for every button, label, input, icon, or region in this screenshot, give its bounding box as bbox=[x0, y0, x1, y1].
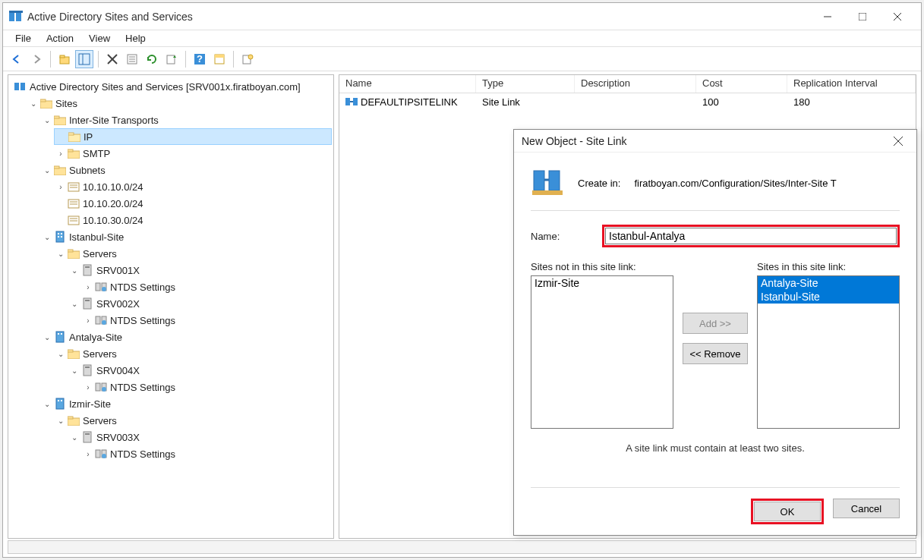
tree-servers[interactable]: ⌄Servers bbox=[54, 412, 332, 429]
close-button[interactable] bbox=[880, 5, 915, 28]
menu-action[interactable]: Action bbox=[39, 31, 81, 46]
expand-icon[interactable]: › bbox=[83, 315, 93, 326]
minimize-button[interactable] bbox=[810, 5, 845, 28]
tree-subnet[interactable]: ›10.10.10.0/24 bbox=[54, 178, 332, 195]
collapse-icon[interactable]: ⌄ bbox=[42, 332, 52, 342]
tree-inter-site-transports[interactable]: ⌄ Inter-Site Transports bbox=[40, 112, 332, 128]
folder-icon bbox=[68, 414, 80, 426]
export-button[interactable] bbox=[162, 50, 181, 68]
properties-button[interactable] bbox=[123, 50, 141, 68]
list-item[interactable]: Istanbul-Site bbox=[758, 290, 899, 304]
remove-button[interactable]: << Remove bbox=[683, 343, 748, 364]
menu-view[interactable]: View bbox=[81, 31, 118, 46]
back-button[interactable] bbox=[8, 50, 26, 68]
list-item[interactable]: Izmir-Site bbox=[531, 276, 673, 290]
name-input[interactable] bbox=[605, 228, 897, 244]
tree-smtp[interactable]: › SMTP bbox=[54, 145, 332, 162]
expand-icon[interactable]: › bbox=[83, 382, 93, 392]
filter-button[interactable] bbox=[210, 50, 229, 68]
cell-desc bbox=[575, 93, 696, 110]
expand-icon[interactable]: › bbox=[55, 148, 66, 159]
dialog-body: Create in: firatboyan.com/Configuration/… bbox=[514, 153, 916, 463]
svg-rect-35 bbox=[54, 166, 59, 168]
tree-ntds[interactable]: ›NTDS Settings bbox=[81, 379, 332, 395]
not-in-label: Sites not in this site link: bbox=[531, 261, 673, 272]
tree-server[interactable]: ⌄SRV002X bbox=[68, 295, 332, 312]
help-button[interactable]: ? bbox=[191, 50, 209, 68]
tree-label: SMTP bbox=[83, 148, 110, 159]
menu-file[interactable]: File bbox=[8, 31, 39, 46]
app-icon bbox=[14, 80, 27, 93]
collapse-icon[interactable]: ⌄ bbox=[42, 115, 52, 125]
tree-ntds[interactable]: ›NTDS Settings bbox=[81, 312, 332, 329]
tree-subnets[interactable]: ⌄ Subnets bbox=[40, 162, 332, 178]
show-hide-button[interactable] bbox=[75, 50, 93, 68]
collapse-icon[interactable]: ⌄ bbox=[28, 98, 39, 109]
svg-rect-88 bbox=[549, 171, 560, 190]
collapse-icon[interactable]: ⌄ bbox=[42, 231, 52, 242]
forward-button[interactable] bbox=[27, 50, 46, 68]
svg-rect-74 bbox=[61, 400, 62, 401]
tree-root[interactable]: Active Directory Sites and Services [SRV… bbox=[13, 78, 332, 95]
tree-server[interactable]: ⌄SRV004X bbox=[68, 362, 332, 379]
maximize-button[interactable] bbox=[845, 5, 880, 28]
list-row[interactable]: DEFAULTIPSITELINK Site Link 100 180 bbox=[339, 93, 916, 110]
collapse-icon[interactable]: ⌄ bbox=[69, 265, 80, 275]
menu-help[interactable]: Help bbox=[118, 31, 153, 46]
collapse-icon[interactable]: ⌄ bbox=[69, 365, 80, 376]
collapse-icon[interactable]: ⌄ bbox=[69, 432, 80, 442]
svg-rect-0 bbox=[9, 12, 14, 21]
svg-rect-83 bbox=[353, 98, 358, 105]
tree-label: SRV003X bbox=[96, 432, 140, 443]
tree-site-izmir[interactable]: ⌄ Izmir-Site bbox=[40, 395, 332, 412]
refresh-button[interactable] bbox=[143, 50, 161, 68]
collapse-icon[interactable]: ⌄ bbox=[55, 348, 66, 359]
tree-server[interactable]: ⌄SRV001X bbox=[68, 262, 332, 278]
expand-icon[interactable]: › bbox=[55, 181, 66, 192]
tree-subnet[interactable]: 10.10.20.0/24 bbox=[54, 195, 332, 212]
tree-site-antalya[interactable]: ⌄ Antalya-Site bbox=[40, 329, 332, 345]
up-button[interactable] bbox=[55, 50, 74, 68]
tree-servers[interactable]: ⌄Servers bbox=[54, 245, 332, 262]
tree-ntds[interactable]: ›NTDS Settings bbox=[81, 278, 332, 295]
tree-label: Inter-Site Transports bbox=[69, 115, 159, 126]
svg-text:?: ? bbox=[197, 53, 203, 64]
collapse-icon[interactable]: ⌄ bbox=[55, 248, 66, 259]
svg-rect-8 bbox=[60, 55, 65, 58]
collapse-icon[interactable]: ⌄ bbox=[69, 298, 80, 309]
window-title: Active Directory Sites and Services bbox=[27, 11, 810, 23]
not-in-list[interactable]: Izmir-Site bbox=[531, 275, 673, 429]
expand-icon[interactable]: › bbox=[83, 448, 93, 459]
col-repl[interactable]: Replication Interval bbox=[787, 75, 916, 93]
svg-rect-2 bbox=[9, 11, 23, 13]
in-list[interactable]: Antalya-Site Istanbul-Site bbox=[757, 275, 900, 429]
server-icon bbox=[81, 431, 93, 443]
add-button[interactable]: Add >> bbox=[683, 313, 748, 334]
expand-icon[interactable]: › bbox=[83, 282, 93, 292]
tree-sites[interactable]: ⌄ Sites bbox=[27, 95, 332, 112]
col-cost[interactable]: Cost bbox=[696, 75, 787, 93]
server-icon bbox=[81, 364, 93, 376]
cancel-button[interactable]: Cancel bbox=[833, 499, 900, 518]
settings-button[interactable] bbox=[238, 50, 257, 68]
tree-servers[interactable]: ⌄Servers bbox=[54, 345, 332, 362]
delete-button[interactable] bbox=[103, 50, 121, 68]
tree-panel[interactable]: Active Directory Sites and Services [SRV… bbox=[8, 74, 334, 539]
collapse-icon[interactable]: ⌄ bbox=[42, 165, 52, 175]
list-item[interactable]: Antalya-Site bbox=[758, 276, 899, 290]
collapse-icon[interactable]: ⌄ bbox=[55, 415, 66, 426]
tree-subnet[interactable]: 10.10.30.0/24 bbox=[54, 212, 332, 228]
col-desc[interactable]: Description bbox=[575, 75, 696, 93]
collapse-icon[interactable]: ⌄ bbox=[42, 398, 52, 409]
tree-ip[interactable]: IP bbox=[54, 128, 332, 145]
tree-site-istanbul[interactable]: ⌄ Istanbul-Site bbox=[40, 228, 332, 245]
dialog-close-button[interactable] bbox=[888, 131, 909, 152]
tree-ntds[interactable]: ›NTDS Settings bbox=[81, 445, 332, 462]
svg-rect-47 bbox=[61, 233, 62, 234]
expand-spacer bbox=[56, 131, 67, 142]
col-type[interactable]: Type bbox=[476, 75, 575, 93]
svg-rect-25 bbox=[20, 83, 25, 90]
ok-button[interactable]: OK bbox=[754, 502, 821, 521]
tree-server[interactable]: ⌄SRV003X bbox=[68, 429, 332, 445]
col-name[interactable]: Name bbox=[339, 75, 476, 93]
